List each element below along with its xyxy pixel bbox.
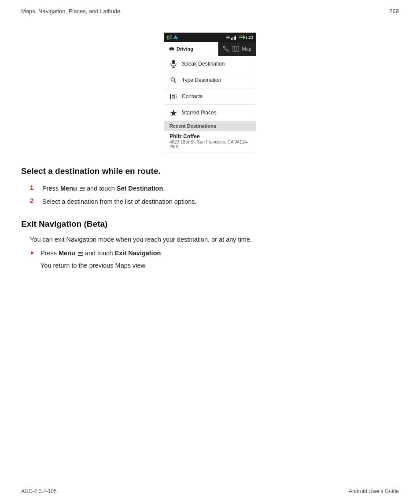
page-header: Maps, Navigation, Places, and Latitude 2… <box>0 0 420 20</box>
exit-bullet-text: Press Menu and touch Exit Navigation. <box>41 249 163 258</box>
search-icon <box>169 76 177 84</box>
svg-rect-8 <box>232 37 233 40</box>
section1-heading: Select a destination while en route. <box>21 166 399 176</box>
svg-point-14 <box>173 50 173 51</box>
sim-icon <box>167 35 172 40</box>
speak-destination-item[interactable]: Speak Destination <box>164 56 256 72</box>
status-right-icons: 1:23 <box>226 35 253 40</box>
svg-rect-30 <box>176 97 177 98</box>
step-1-text: Press Menu and touch Set Destination. <box>42 184 165 194</box>
svg-line-24 <box>174 81 176 83</box>
main-content: Select a destination while en route. 1 P… <box>0 152 420 280</box>
footer-version: AUG-2.3.4-105 <box>21 488 57 494</box>
return-text: You return to the previous Maps view. <box>41 261 399 271</box>
battery-icon <box>238 36 244 39</box>
svg-rect-10 <box>235 36 236 40</box>
exit-bullet-item: ► Press Menu and touch Exit Navigation. <box>30 249 399 258</box>
type-destination-label: Type Destination <box>182 77 221 83</box>
exit-navigation-bold: Exit Navigation <box>115 250 161 257</box>
status-time: 1:23 <box>245 35 253 40</box>
recent-item-address: 4023 18th St, San Francisco, CA 94114-25… <box>169 140 251 149</box>
contacts-icon <box>169 92 177 100</box>
svg-rect-9 <box>234 37 235 40</box>
svg-point-23 <box>171 78 175 81</box>
starred-places-item[interactable]: Starred Places <box>164 105 256 121</box>
star-icon <box>169 109 177 117</box>
speak-destination-label: Speak Destination <box>182 61 225 67</box>
exit-nav-body: You can exit Navigation mode when you re… <box>21 235 399 271</box>
menu-bold-1: Menu <box>60 185 77 192</box>
recent-destinations-header: Recent Destinations <box>164 121 256 131</box>
svg-rect-29 <box>176 96 177 97</box>
menu-lines-1 <box>79 185 85 192</box>
svg-rect-28 <box>176 95 177 96</box>
status-left-icons <box>167 35 178 40</box>
svg-rect-0 <box>167 36 169 39</box>
svg-point-5 <box>228 37 229 38</box>
phone-screenshot: 1:23 Driving Map <box>164 33 256 152</box>
driving-tab-label: Driving <box>177 46 193 52</box>
recent-destination-item[interactable]: Philz Coffee 4023 18th St, San Francisco… <box>164 131 256 152</box>
svg-rect-26 <box>170 94 171 99</box>
step-2-text: Select a destination from the list of de… <box>42 197 197 207</box>
step-1: 1 Press Menu and touch Set Destination. <box>30 184 399 194</box>
steps-list: 1 Press Menu and touch Set Destination. … <box>21 184 399 207</box>
svg-rect-20 <box>172 60 175 64</box>
navigation-menu-list: Speak Destination Type Destination <box>164 56 256 152</box>
svg-marker-4 <box>173 35 178 40</box>
exit-intro-text: You can exit Navigation mode when you re… <box>30 235 399 245</box>
signal-icon <box>231 36 236 40</box>
svg-point-16 <box>227 50 228 52</box>
menu-bold-2: Menu <box>59 250 75 257</box>
svg-point-27 <box>172 95 174 97</box>
map-tab[interactable]: Map <box>218 42 256 56</box>
page-footer: AUG-2.3.4-105 Android User's Guide <box>0 488 420 494</box>
section2-heading: Exit Navigation (Beta) <box>21 219 399 229</box>
set-destination-bold: Set Destination <box>117 185 163 192</box>
step-1-number: 1 <box>30 184 36 191</box>
bullet-arrow-icon: ► <box>30 250 35 256</box>
footer-guide-name: Android User's Guide <box>349 488 399 494</box>
contacts-label: Contacts <box>182 93 203 99</box>
phone-tab-bar: Driving Map <box>164 42 256 56</box>
contacts-item[interactable]: Contacts <box>164 88 256 105</box>
route-icon <box>223 46 229 52</box>
svg-point-15 <box>223 46 225 48</box>
menu-lines-2 <box>77 250 83 257</box>
svg-point-13 <box>169 50 170 51</box>
starred-places-label: Starred Places <box>182 110 217 116</box>
settings-status-icon <box>226 36 230 39</box>
nav-arrow-icon <box>173 35 178 40</box>
recent-item-name: Philz Coffee <box>169 133 251 140</box>
svg-rect-12 <box>170 48 173 49</box>
svg-marker-31 <box>170 110 177 116</box>
map-tab-label: Map <box>242 46 251 52</box>
page-number: 269 <box>389 8 399 15</box>
step-2-number: 2 <box>30 197 36 204</box>
svg-marker-17 <box>232 46 239 52</box>
step-2: 2 Select a destination from the list of … <box>30 197 399 207</box>
driving-tab[interactable]: Driving <box>164 42 218 56</box>
map-icon <box>232 46 239 52</box>
header-title: Maps, Navigation, Places, and Latitude <box>21 8 120 15</box>
status-bar: 1:23 <box>164 33 256 42</box>
car-icon <box>169 47 175 51</box>
svg-rect-7 <box>231 38 232 40</box>
type-destination-item[interactable]: Type Destination <box>164 72 256 88</box>
mic-icon <box>169 60 177 68</box>
